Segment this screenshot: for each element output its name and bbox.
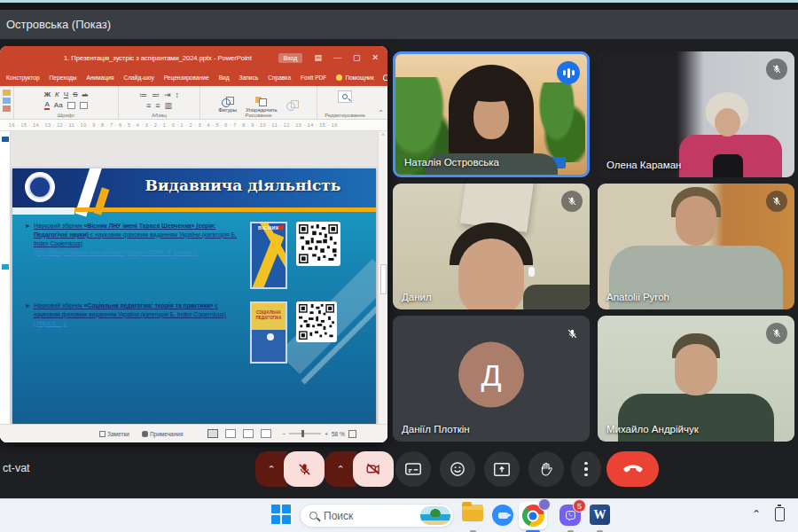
video-tile-anatolii-pyroh[interactable]: Anatolii Pyroh	[598, 184, 794, 309]
search-daily-image	[420, 506, 450, 525]
meeting-controls: ⌃ ⌃	[0, 451, 798, 489]
arrange-icon	[255, 97, 267, 106]
bullets-icon[interactable]: ≔	[139, 90, 147, 99]
zoom-in-button[interactable]: +	[325, 431, 328, 437]
shapes-button[interactable]: Фигуры	[218, 97, 237, 113]
indent-icon[interactable]: ⇥	[164, 90, 171, 99]
normal-view-button[interactable]	[207, 429, 218, 438]
header-white-gap	[12, 207, 74, 215]
tab-design[interactable]: Конструктор	[5, 73, 41, 82]
file-explorer-button[interactable]	[462, 505, 483, 521]
ribbon: Ж К Ч S ab А Аа Шрифт ≔ ≕ ⇥	[0, 86, 387, 120]
quick-styles-button[interactable]	[286, 100, 299, 110]
align-center-icon[interactable]: ≡	[155, 101, 160, 110]
align-left-icon[interactable]: ≡	[146, 101, 151, 110]
mic-options-button[interactable]: ⌃	[255, 451, 287, 487]
video-tile-daniil-plotkin[interactable]: Д Даніїл Плоткін	[393, 316, 590, 442]
slideshow-view-button[interactable]	[261, 429, 271, 438]
notes-button[interactable]: Заметки	[99, 431, 129, 437]
folder-icon	[462, 505, 483, 521]
ribbon-tab-bar: Конструктор Переходы Анимация Слайд-шоу …	[0, 69, 387, 86]
strikethrough-button[interactable]: S	[73, 90, 77, 98]
change-case-button[interactable]: Аа	[54, 101, 63, 109]
video-tile-mykhailo-andriichuk[interactable]: Михайло Андрійчук	[598, 316, 794, 442]
shrink-font-icon[interactable]	[80, 102, 88, 109]
tab-review[interactable]: Рецензирование	[163, 73, 210, 82]
minimize-icon[interactable]: —	[333, 54, 341, 62]
collapse-ribbon-icon[interactable]: ⌃	[378, 109, 387, 119]
video-tile-danil[interactable]: Данил	[393, 184, 590, 309]
powerpoint-status-bar: Заметки Примечания − + 58 %	[0, 424, 387, 442]
more-options-button[interactable]	[571, 451, 601, 487]
chrome-button[interactable]	[519, 502, 547, 529]
grow-font-icon[interactable]	[67, 102, 75, 109]
zoom-level[interactable]: 58 %	[332, 431, 345, 437]
tab-view[interactable]: Вид	[218, 73, 231, 82]
editing-search-icon[interactable]	[338, 90, 352, 103]
participant-grid: Наталія Островська Олена Караман Данил	[393, 51, 798, 442]
drawing-group-label: Рисование	[200, 113, 317, 118]
signin-button[interactable]: Вход	[278, 53, 303, 63]
viber-button[interactable]: 5	[559, 505, 581, 526]
quick-styles-icon	[286, 100, 299, 110]
presenter-label: Островська (Показ)	[6, 18, 111, 31]
start-button[interactable]	[271, 505, 291, 524]
ribbon-options-icon[interactable]: ▤	[314, 54, 322, 62]
line-spacing-icon[interactable]: ↕	[176, 90, 180, 99]
scroll-up-icon[interactable]: ˄	[379, 132, 387, 137]
tab-animations[interactable]: Анимация	[86, 73, 115, 82]
spacing-button[interactable]: ab	[82, 92, 88, 98]
clipboard-group[interactable]	[0, 86, 14, 119]
drawing-group: Фигуры Упорядочить Рисование	[200, 86, 317, 119]
word-button[interactable]: W	[590, 505, 610, 525]
tab-help[interactable]: Справка	[267, 73, 292, 82]
tab-transitions[interactable]: Переходы	[49, 73, 78, 82]
close-icon[interactable]: ✕	[372, 54, 379, 62]
bold-button[interactable]: Ж	[44, 90, 51, 98]
mic-button[interactable]	[284, 451, 325, 487]
comments-button[interactable]: Примечания	[142, 431, 184, 437]
tab-foxit-pdf[interactable]: Foxit PDF	[300, 73, 327, 82]
video-tile-olena-karaman[interactable]: Олена Караман	[598, 51, 794, 177]
participant-name: Михайло Андрійчук	[606, 424, 699, 434]
captions-button[interactable]	[395, 451, 431, 487]
participant-name: Anatolii Pyroh	[606, 292, 669, 302]
bullet2-strong: «Соціальна педагогіка: теорія та практик…	[84, 302, 214, 309]
camera-button[interactable]	[353, 451, 394, 487]
zoom-slider[interactable]	[289, 433, 321, 434]
camera-options-button[interactable]: ⌃	[325, 451, 356, 487]
taskbar-search[interactable]: Поиск	[300, 504, 454, 528]
top-strip	[0, 3, 798, 10]
raise-hand-button[interactable]	[528, 451, 564, 487]
zoom-app-button[interactable]	[492, 505, 513, 526]
zoom-app-icon	[492, 505, 513, 526]
font-color-button[interactable]: А	[44, 100, 49, 110]
tray-battery-icon[interactable]	[775, 507, 785, 521]
tab-assistant[interactable]: Помощник	[335, 73, 374, 82]
present-button[interactable]	[484, 451, 520, 487]
slide-thumbnail-strip[interactable]	[0, 131, 11, 442]
maximize-icon[interactable]: ▢	[353, 54, 361, 62]
vertical-scrollbar[interactable]: ˄ ˅ ≡	[378, 131, 387, 442]
tray-chevron-icon[interactable]: ⌃	[752, 508, 761, 520]
tab-slideshow[interactable]: Слайд-шоу	[123, 73, 155, 82]
participant-name: Олена Караман	[606, 160, 681, 170]
end-call-button[interactable]	[606, 451, 659, 487]
zoom-out-button[interactable]: −	[282, 431, 286, 437]
scrollbar-thumb[interactable]	[380, 264, 387, 294]
tab-record[interactable]: Запись	[239, 73, 260, 82]
underline-button[interactable]: Ч	[64, 90, 68, 98]
paste-icon	[3, 90, 11, 96]
arrange-button[interactable]: Упорядочить	[246, 97, 278, 113]
video-tile-natalia-ostrovska[interactable]: Наталія Островська	[393, 51, 590, 177]
reactions-button[interactable]	[440, 451, 475, 487]
share-button[interactable]: Поделиться	[383, 74, 387, 81]
slide-sorter-view-button[interactable]	[225, 429, 236, 438]
captions-icon	[405, 463, 421, 475]
mic-off-icon	[766, 191, 787, 212]
numbering-icon[interactable]: ≕	[152, 90, 160, 99]
columns-icon[interactable]: ▥	[165, 101, 173, 110]
fit-to-window-icon[interactable]	[348, 430, 356, 438]
reading-view-button[interactable]	[243, 429, 254, 438]
italic-button[interactable]: К	[55, 90, 59, 98]
